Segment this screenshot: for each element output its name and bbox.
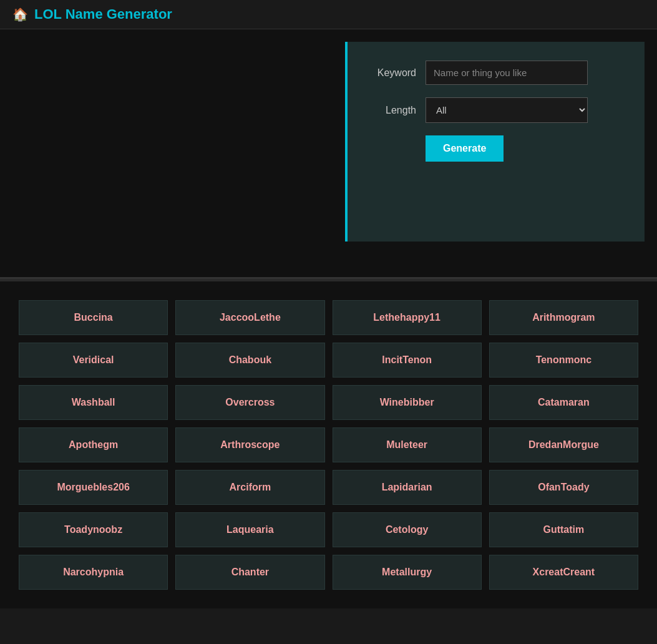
length-label: Length	[366, 105, 416, 116]
name-card[interactable]: Winebibber	[333, 385, 482, 420]
keyword-row: Keyword	[366, 61, 626, 85]
form-panel: Keyword Length All Short Medium Long Gen…	[345, 42, 645, 242]
button-row: Generate	[366, 135, 626, 162]
name-card[interactable]: Arciform	[175, 470, 324, 505]
name-card[interactable]: Catamaran	[489, 385, 638, 420]
app-title: LOL Name Generator	[34, 6, 172, 22]
name-card[interactable]: Buccina	[19, 300, 168, 335]
name-card[interactable]: Apothegm	[19, 427, 168, 462]
name-card[interactable]: Metallurgy	[333, 555, 482, 590]
name-card[interactable]: Chabouk	[175, 343, 324, 378]
name-card[interactable]: OfanToady	[489, 470, 638, 505]
name-card[interactable]: Washball	[19, 385, 168, 420]
app-header: 🏠 LOL Name Generator	[0, 0, 657, 29]
main-area: Keyword Length All Short Medium Long Gen…	[0, 29, 657, 279]
name-card[interactable]: Lapidarian	[333, 470, 482, 505]
name-card[interactable]: Tenonmonc	[489, 343, 638, 378]
name-card[interactable]: Overcross	[175, 385, 324, 420]
name-card[interactable]: Toadynoobz	[19, 512, 168, 547]
generate-button[interactable]: Generate	[426, 135, 504, 162]
name-card[interactable]: Laquearia	[175, 512, 324, 547]
name-card[interactable]: DredanMorgue	[489, 427, 638, 462]
names-section: BuccinaJaccooLetheLethehappy11Arithmogra…	[0, 281, 657, 608]
name-card[interactable]: Guttatim	[489, 512, 638, 547]
name-card[interactable]: Chanter	[175, 555, 324, 590]
length-select[interactable]: All Short Medium Long	[426, 97, 588, 123]
name-card[interactable]: Veridical	[19, 343, 168, 378]
name-card[interactable]: IncitTenon	[333, 343, 482, 378]
name-card[interactable]: Morguebles206	[19, 470, 168, 505]
keyword-input[interactable]	[426, 61, 588, 85]
name-card[interactable]: Narcohypnia	[19, 555, 168, 590]
name-card[interactable]: XcreatCreant	[489, 555, 638, 590]
home-icon: 🏠	[12, 7, 28, 22]
name-card[interactable]: Muleteer	[333, 427, 482, 462]
name-card[interactable]: Cetology	[333, 512, 482, 547]
name-card[interactable]: Lethehappy11	[333, 300, 482, 335]
keyword-label: Keyword	[366, 67, 416, 79]
names-grid: BuccinaJaccooLetheLethehappy11Arithmogra…	[19, 300, 638, 590]
length-row: Length All Short Medium Long	[366, 97, 626, 123]
name-card[interactable]: JaccooLethe	[175, 300, 324, 335]
name-card[interactable]: Arithmogram	[489, 300, 638, 335]
name-card[interactable]: Arthroscope	[175, 427, 324, 462]
